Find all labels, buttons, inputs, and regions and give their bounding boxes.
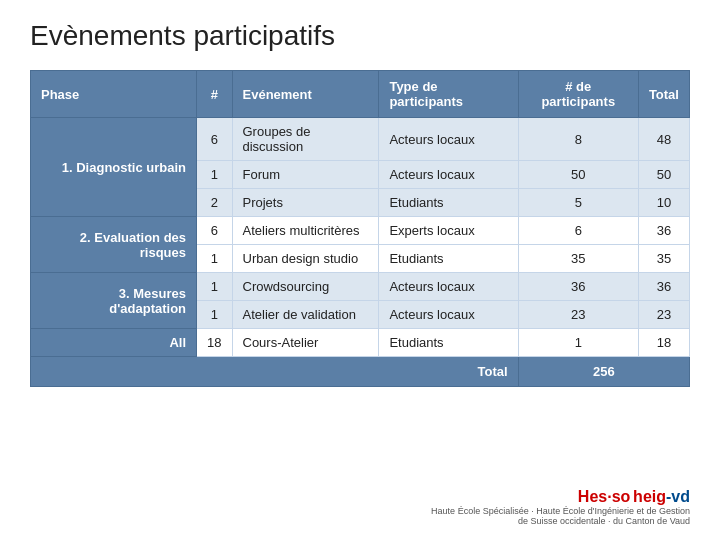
num-cell: 1 [197,245,232,273]
event-cell: Cours-Atelier [232,329,379,357]
num-cell: 1 [197,161,232,189]
total-cell: 35 [638,245,689,273]
total-cell: 23 [638,301,689,329]
phase-cell: 3. Mesures d'adaptation [31,273,197,329]
table-row: 3. Mesures d'adaptation1CrowdsourcingAct… [31,273,690,301]
type-cell: Acteurs locaux [379,161,518,189]
total-cell: 50 [638,161,689,189]
nb-participants-cell: 6 [518,217,638,245]
header-type: Type de participants [379,71,518,118]
phase-cell: 2. Evaluation des risques [31,217,197,273]
phase-cell: 1. Diagnostic urbain [31,118,197,217]
header-phase: Phase [31,71,197,118]
event-cell: Projets [232,189,379,217]
phase-cell: All [31,329,197,357]
event-cell: Forum [232,161,379,189]
type-cell: Acteurs locaux [379,273,518,301]
event-cell: Crowdsourcing [232,273,379,301]
num-cell: 1 [197,301,232,329]
type-cell: Etudiants [379,189,518,217]
nb-participants-cell: 50 [518,161,638,189]
nb-participants-cell: 1 [518,329,638,357]
header-event: Evénement [232,71,379,118]
event-cell: Groupes de discussion [232,118,379,161]
type-cell: Etudiants [379,245,518,273]
nb-participants-cell: 23 [518,301,638,329]
footer-total-label: Total [31,357,519,387]
total-cell: 36 [638,217,689,245]
type-cell: Etudiants [379,329,518,357]
header-num: # [197,71,232,118]
table-row: All18Cours-AtelierEtudiants118 [31,329,690,357]
event-cell: Atelier de validation [232,301,379,329]
type-cell: Acteurs locaux [379,301,518,329]
footer-total-value: 256 [518,357,689,387]
total-cell: 36 [638,273,689,301]
logo: Hes·so heig-vd Haute École Spécialisée ·… [431,488,690,526]
nb-participants-cell: 35 [518,245,638,273]
total-cell: 48 [638,118,689,161]
header-total: Total [638,71,689,118]
events-table: Phase # Evénement Type de participants #… [30,70,690,387]
nb-participants-cell: 8 [518,118,638,161]
nb-participants-cell: 36 [518,273,638,301]
table-row: 1. Diagnostic urbain6Groupes de discussi… [31,118,690,161]
event-cell: Urban design studio [232,245,379,273]
num-cell: 18 [197,329,232,357]
num-cell: 2 [197,189,232,217]
num-cell: 1 [197,273,232,301]
type-cell: Acteurs locaux [379,118,518,161]
nb-participants-cell: 5 [518,189,638,217]
num-cell: 6 [197,217,232,245]
type-cell: Experts locaux [379,217,518,245]
header-nb-participants: # de participants [518,71,638,118]
num-cell: 6 [197,118,232,161]
total-cell: 10 [638,189,689,217]
page-title: Evènements participatifs [30,20,690,52]
event-cell: Ateliers multicritères [232,217,379,245]
total-cell: 18 [638,329,689,357]
table-row: 2. Evaluation des risques6Ateliers multi… [31,217,690,245]
